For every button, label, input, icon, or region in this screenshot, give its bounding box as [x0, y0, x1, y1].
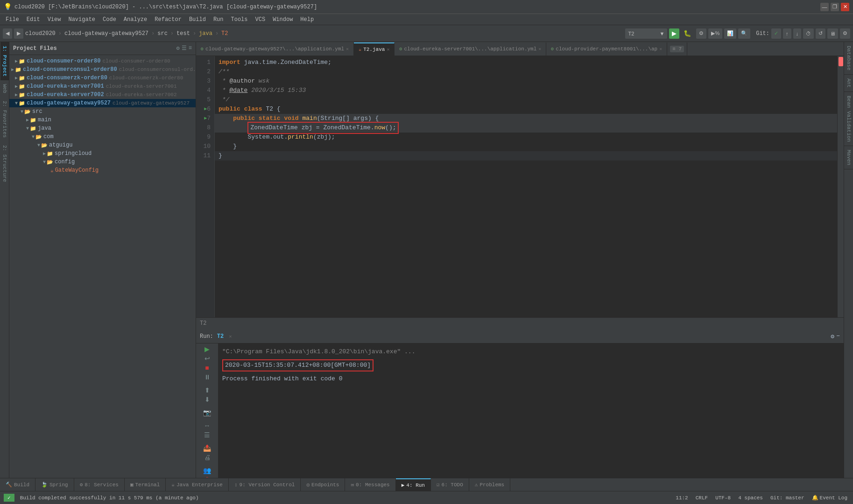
run-play-button[interactable]: ▶ [202, 345, 212, 353]
menu-analyze[interactable]: Analyze [120, 15, 151, 24]
breadcrumb-src[interactable]: src [157, 30, 168, 37]
run-tab-name[interactable]: T2 ✕ [217, 333, 232, 340]
tree-item-gatewayconfig[interactable]: ☕ GateWayConfig [9, 166, 196, 175]
breadcrumb-gateway[interactable]: cloud-gateway-gateway9527 [64, 30, 148, 37]
menu-edit[interactable]: Edit [23, 15, 44, 24]
project-settings-icon[interactable]: ≡ [189, 45, 192, 52]
run-list-button[interactable]: ☰ [202, 431, 212, 439]
tree-item-src[interactable]: ▼ 📂 src [9, 107, 196, 116]
java-enterprise-tab[interactable]: ☕ Java Enterprise [166, 478, 229, 491]
web-tab-left[interactable]: Web [0, 80, 9, 97]
git-history[interactable]: ⏱ [803, 28, 814, 39]
terminal-tab[interactable]: ▣ Terminal [125, 478, 166, 491]
run-stop-button[interactable]: ■ [202, 364, 212, 371]
debug-button[interactable]: 🐛 [682, 28, 692, 39]
breadcrumb-test[interactable]: test [176, 30, 190, 37]
cursor-position[interactable]: 11:2 [674, 495, 690, 501]
git-status[interactable]: Git: master [768, 495, 806, 501]
build-button[interactable]: ⚙ [696, 28, 706, 39]
run-pause-button[interactable]: ⏸ [202, 373, 212, 381]
tab-application-yml-payment[interactable]: ⚙ cloud-provider-payment8001\...\ap ✕ [546, 42, 667, 56]
editor-scrollbar[interactable] [837, 56, 844, 317]
minimize-button[interactable]: — [820, 3, 829, 11]
remote-button[interactable]: 🖥 [827, 28, 838, 39]
tree-item-springcloud[interactable]: ▶ 📁 springcloud [9, 149, 196, 158]
menu-vcs[interactable]: VCS [252, 15, 269, 24]
tree-item-consumerconsul[interactable]: ▶ 📁 cloud-consumerconsul-order80 cloud-c… [9, 65, 196, 74]
tree-item-main[interactable]: ▶ 📁 main [9, 116, 196, 124]
tab-more[interactable]: ≡ 7 [667, 42, 687, 56]
run-export-button[interactable]: 📤 [202, 444, 212, 452]
tree-item-gateway9527[interactable]: ▼ 📁 cloud-gateway-gateway9527 cloud-gate… [9, 99, 196, 107]
run-config-dropdown[interactable]: T2▼ [625, 28, 667, 39]
run-rerun-button[interactable]: ↩ [202, 355, 212, 362]
favorites-tab-left[interactable]: 2: Favorites [0, 97, 9, 141]
database-tab[interactable]: Database [844, 42, 853, 75]
tree-item-eureka7002[interactable]: ▶ 📁 cloud-eureka-server7002 cloud-eureka… [9, 91, 196, 99]
run-screenshot-button[interactable]: 📷 [202, 409, 212, 416]
project-gear-icon[interactable]: ⚙ [176, 45, 180, 52]
git-update[interactable]: ↓ [793, 28, 802, 39]
structure-tab-left[interactable]: 2: Structure [0, 141, 9, 186]
git-push[interactable]: ↑ [783, 28, 791, 39]
menu-navigate[interactable]: Navigate [64, 15, 99, 24]
project-tab[interactable]: 1: Project [0, 42, 9, 80]
menu-help[interactable]: Help [296, 15, 317, 24]
run-scroll-up-button[interactable]: ⬆ [202, 386, 212, 394]
indent-status[interactable]: 4 spaces [736, 495, 765, 501]
menu-code[interactable]: Code [99, 15, 120, 24]
run-wrap-button[interactable]: ↔ [202, 422, 212, 429]
forward-button[interactable]: ▶ [14, 28, 23, 39]
breadcrumb-java[interactable]: java [199, 30, 212, 37]
menu-window[interactable]: Window [269, 15, 296, 24]
tree-item-config[interactable]: ▼ 📂 config [9, 158, 196, 166]
run-users-button[interactable]: 👥 [202, 467, 212, 474]
run-minimize-icon[interactable]: − [836, 333, 840, 340]
code-content[interactable]: import java.time.ZonedDateTime; /** * @a… [215, 56, 837, 317]
tree-item-eureka7001[interactable]: ▶ 📁 cloud-eureka-server7001 cloud-eureka… [9, 82, 196, 91]
tab-close-t2[interactable]: ✕ [387, 47, 389, 52]
menu-run[interactable]: Run [210, 15, 227, 24]
menu-file[interactable]: File [2, 15, 23, 24]
tree-item-com[interactable]: ▼ 📂 com [9, 133, 196, 141]
menu-build[interactable]: Build [185, 15, 210, 24]
run-settings-icon[interactable]: ⚙ [831, 333, 834, 340]
problems-tab[interactable]: ⚠ Problems [469, 478, 510, 491]
tree-item-consumer80[interactable]: ▶ 📁 cloud-consumer-order80 cloud-consume… [9, 57, 196, 65]
encoding-status[interactable]: UTF-8 [713, 495, 733, 501]
endpoints-tab[interactable]: ◎ Endpoints [301, 478, 345, 491]
breadcrumb-cloud2020[interactable]: cloud2020 [25, 30, 56, 37]
project-collapse-icon[interactable]: ☰ [182, 45, 187, 52]
settings-button[interactable]: ⚙ [840, 28, 850, 39]
run-button[interactable]: ▶ [669, 28, 679, 39]
back-button[interactable]: ◀ [3, 28, 12, 39]
tab-close-1[interactable]: ✕ [346, 46, 349, 52]
tab-application-yml-eureka[interactable]: ⚙ cloud-eureka-server7001\...\applicatio… [395, 42, 546, 56]
version-control-tab[interactable]: ↕ 9: Version Control [229, 478, 301, 491]
run-print-button[interactable]: 🖨 [202, 454, 212, 461]
maven-tab[interactable]: Maven [844, 146, 853, 169]
git-revert[interactable]: ↺ [816, 28, 825, 39]
event-log-status[interactable]: 🔔 Event Log [810, 495, 849, 501]
build-tab[interactable]: 🔨 Build [0, 478, 35, 491]
tab-close-2[interactable]: ✕ [538, 46, 541, 52]
tree-item-test-java[interactable]: ▼ 📁 java [9, 124, 196, 133]
spring-tab[interactable]: 🍃 Spring [35, 478, 74, 491]
tab-close-3[interactable]: ✕ [659, 46, 662, 52]
git-commit[interactable]: ✓ [771, 28, 781, 39]
run-with-coverage[interactable]: ▶% [708, 28, 722, 39]
menu-tools[interactable]: Tools [227, 15, 252, 24]
todo-tab[interactable]: ☑ 6: TODO [431, 478, 469, 491]
close-button[interactable]: ✕ [841, 3, 849, 11]
tab-application-yml-gateway[interactable]: ⚙ cloud-gateway-gateway9527\...\applicat… [196, 42, 354, 56]
tab-t2-java[interactable]: ☕ T2.java ✕ [354, 42, 395, 56]
profile-button[interactable]: 📊 [724, 28, 736, 39]
bean-validation-tab[interactable]: Bean Validation [844, 92, 853, 146]
tree-item-atguigu[interactable]: ▼ 📂 atguigu [9, 141, 196, 149]
run-scroll-down-button[interactable]: ⬇ [202, 396, 212, 403]
breadcrumb-t2[interactable]: T2 [221, 30, 228, 37]
messages-tab[interactable]: ✉ 0: Messages [345, 478, 395, 491]
services-tab[interactable]: ⚙ 8: Services [74, 478, 125, 491]
ant-tab[interactable]: Ant [844, 75, 853, 92]
find-button[interactable]: 🔍 [738, 28, 750, 39]
